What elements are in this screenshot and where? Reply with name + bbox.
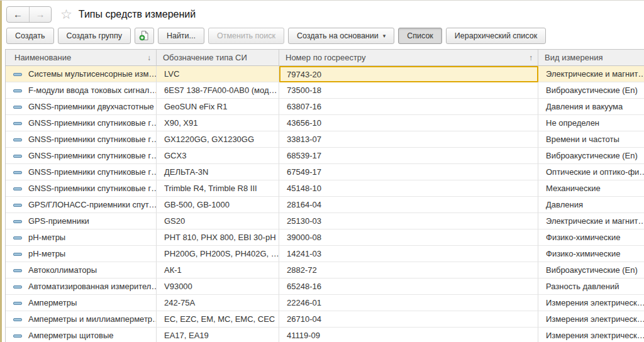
- cell-name[interactable]: F-модули ввода токовых сигнал…: [6, 82, 157, 99]
- cell-name[interactable]: Амперметры и миллиамперметр…: [6, 311, 157, 328]
- cell-kind[interactable]: Виброакустические (En): [538, 82, 644, 99]
- cell-number[interactable]: 67549-17: [279, 164, 538, 180]
- table-row[interactable]: Амперметры 242-75A 22246-01 Измерения эл…: [6, 295, 644, 311]
- cell-designation[interactable]: PHT 810, PHX 800, EBI 30-pH: [157, 229, 279, 246]
- cell-designation[interactable]: GX1220GG, GX1230GG: [157, 131, 279, 148]
- create-group-button[interactable]: Создать группу: [58, 28, 131, 44]
- table-row[interactable]: F-модули ввода токовых сигнал… 6ES7 138-…: [6, 82, 644, 99]
- cell-designation[interactable]: EC, EZC, EM, MC, EMC, CEC: [157, 311, 279, 328]
- cell-name[interactable]: GNSS-приемники спутниковые г…: [6, 164, 157, 180]
- column-header-designation[interactable]: Обозначение типа СИ: [157, 50, 279, 66]
- cell-kind[interactable]: Виброакустические (En): [538, 262, 644, 279]
- cell-number[interactable]: 73500-18: [279, 82, 538, 99]
- cell-number[interactable]: 25130-03: [279, 213, 538, 229]
- cell-number[interactable]: 79743-20: [279, 66, 538, 82]
- cell-name[interactable]: GNSS-приемники спутниковые г…: [6, 115, 157, 131]
- table-row[interactable]: GNSS-приемники спутниковые г… Trimble R4…: [6, 180, 644, 197]
- cell-name[interactable]: pH-метры: [6, 229, 157, 246]
- forward-button[interactable]: →: [29, 7, 51, 22]
- cell-designation[interactable]: ДЕЛЬТА-3N: [157, 164, 279, 180]
- cell-kind[interactable]: Оптические и оптико-фи…: [538, 164, 644, 180]
- cell-name[interactable]: GPS/ГЛОНАСС-приемники спут…: [6, 197, 157, 213]
- create-based-on-button[interactable]: Создать на основании ▾: [288, 28, 394, 44]
- cell-number[interactable]: 65248-16: [279, 279, 538, 295]
- table-row[interactable]: GNSS-приемники двухчастотные GeoSUN eFix…: [6, 99, 644, 115]
- cell-designation[interactable]: GCX3: [157, 148, 279, 164]
- cell-designation[interactable]: V93000: [157, 279, 279, 295]
- table-row[interactable]: Амперметры щитовые EA17, EA19 41119-09 И…: [6, 328, 644, 342]
- find-button[interactable]: Найти...: [158, 28, 204, 44]
- cell-designation[interactable]: GeoSUN eFix R1: [157, 99, 279, 115]
- table-row[interactable]: Амперметры и миллиамперметр… EC, EZC, EM…: [6, 311, 644, 328]
- cell-name[interactable]: GNSS-приемники спутниковые г…: [6, 180, 157, 197]
- cell-kind[interactable]: Физико-химические: [538, 246, 644, 262]
- cell-name[interactable]: Амперметры: [6, 295, 157, 311]
- cell-designation[interactable]: GB-500, GB-1000: [157, 197, 279, 213]
- cell-kind[interactable]: Электрические и магнит…: [538, 213, 644, 229]
- cell-designation[interactable]: Trimble R4, Trimble R8 III: [157, 180, 279, 197]
- cell-kind[interactable]: Измерения электрическ…: [538, 311, 644, 328]
- cell-kind[interactable]: Физико-химические: [538, 229, 644, 246]
- table-row[interactable]: Системы мультисенсорные изм… LVC 79743-2…: [6, 66, 644, 82]
- cell-designation[interactable]: EA17, EA19: [157, 328, 279, 342]
- table-row[interactable]: GNSS-приемники спутниковые г… X90, X91 4…: [6, 115, 644, 131]
- cell-designation[interactable]: X90, X91: [157, 115, 279, 131]
- column-header-kind[interactable]: Вид измерения: [538, 50, 644, 66]
- cell-number[interactable]: 28164-04: [279, 197, 538, 213]
- cell-name[interactable]: pH-метры: [6, 246, 157, 262]
- table-row[interactable]: GNSS-приемники спутниковые г… GCX3 68539…: [6, 148, 644, 164]
- table-row[interactable]: pH-метры PH200G, PH200S, PH402G, … 14241…: [6, 246, 644, 262]
- cell-kind[interactable]: Разность давлений: [538, 279, 644, 295]
- cell-designation[interactable]: 6ES7 138-7FA00-0AB0 (мод…: [157, 82, 279, 99]
- cell-number[interactable]: 45148-10: [279, 180, 538, 197]
- table-row[interactable]: Автоматизированная измерител… V93000 652…: [6, 279, 644, 295]
- cell-name[interactable]: GPS-приемники: [6, 213, 157, 229]
- column-header-name[interactable]: Наименование ↓: [6, 50, 157, 66]
- cell-name[interactable]: GNSS-приемники спутниковые г…: [6, 131, 157, 148]
- cell-designation[interactable]: LVC: [157, 66, 279, 82]
- create-button[interactable]: Создать: [6, 28, 54, 44]
- create-copy-button[interactable]: [135, 28, 154, 44]
- cell-kind[interactable]: Давления и вакуума: [538, 99, 644, 115]
- cell-kind[interactable]: Времени и частоты: [538, 131, 644, 148]
- cell-name[interactable]: Системы мультисенсорные изм…: [6, 66, 157, 82]
- cell-kind[interactable]: Давления: [538, 197, 644, 213]
- cell-kind[interactable]: Виброакустические (En): [538, 148, 644, 164]
- cell-name[interactable]: Автоколлиматоры: [6, 262, 157, 279]
- table-row[interactable]: GPS/ГЛОНАСС-приемники спут… GB-500, GB-1…: [6, 197, 644, 213]
- cell-designation[interactable]: PH200G, PH200S, PH402G, …: [157, 246, 279, 262]
- cell-designation[interactable]: GS20: [157, 213, 279, 229]
- cell-kind[interactable]: Механические: [538, 180, 644, 197]
- favorite-star-icon[interactable]: ☆: [60, 8, 72, 21]
- cell-name[interactable]: Автоматизированная измерител…: [6, 279, 157, 295]
- back-button[interactable]: ←: [7, 7, 29, 22]
- cell-name[interactable]: Амперметры щитовые: [6, 328, 157, 342]
- cell-number[interactable]: 2882-72: [279, 262, 538, 279]
- cell-kind[interactable]: Электрические и магнит…: [538, 66, 644, 82]
- cell-kind[interactable]: Измерения электрическ…: [538, 295, 644, 311]
- cell-designation[interactable]: 242-75A: [157, 295, 279, 311]
- list-view-button[interactable]: Список: [398, 28, 442, 44]
- cancel-search-button[interactable]: Отменить поиск: [208, 28, 284, 44]
- table-row[interactable]: GNSS-приемники спутниковые г… GX1220GG, …: [6, 131, 644, 148]
- table-row[interactable]: pH-метры PHT 810, PHX 800, EBI 30-pH 390…: [6, 229, 644, 246]
- cell-number[interactable]: 43656-10: [279, 115, 538, 131]
- cell-number[interactable]: 33813-07: [279, 131, 538, 148]
- hierarchical-list-view-button[interactable]: Иерархический список: [446, 28, 546, 44]
- cell-name[interactable]: GNSS-приемники спутниковые г…: [6, 148, 157, 164]
- cell-designation[interactable]: АК-1: [157, 262, 279, 279]
- cell-kind[interactable]: Не определен: [538, 115, 644, 131]
- table-row[interactable]: Автоколлиматоры АК-1 2882-72 Виброакусти…: [6, 262, 644, 279]
- column-header-number[interactable]: Номер по госреестру ↑: [279, 50, 538, 66]
- cell-number[interactable]: 68539-17: [279, 148, 538, 164]
- cell-kind[interactable]: Измерения электрическ…: [538, 328, 644, 342]
- cell-name[interactable]: GNSS-приемники двухчастотные: [6, 99, 157, 115]
- table-row[interactable]: GNSS-приемники спутниковые г… ДЕЛЬТА-3N …: [6, 164, 644, 180]
- cell-number[interactable]: 41119-09: [279, 328, 538, 342]
- cell-number[interactable]: 22246-01: [279, 295, 538, 311]
- cell-number[interactable]: 26710-04: [279, 311, 538, 328]
- cell-number[interactable]: 14241-03: [279, 246, 538, 262]
- table-row[interactable]: GPS-приемники GS20 25130-03 Электрически…: [6, 213, 644, 229]
- cell-number[interactable]: 63807-16: [279, 99, 538, 115]
- cell-number[interactable]: 39000-08: [279, 229, 538, 246]
